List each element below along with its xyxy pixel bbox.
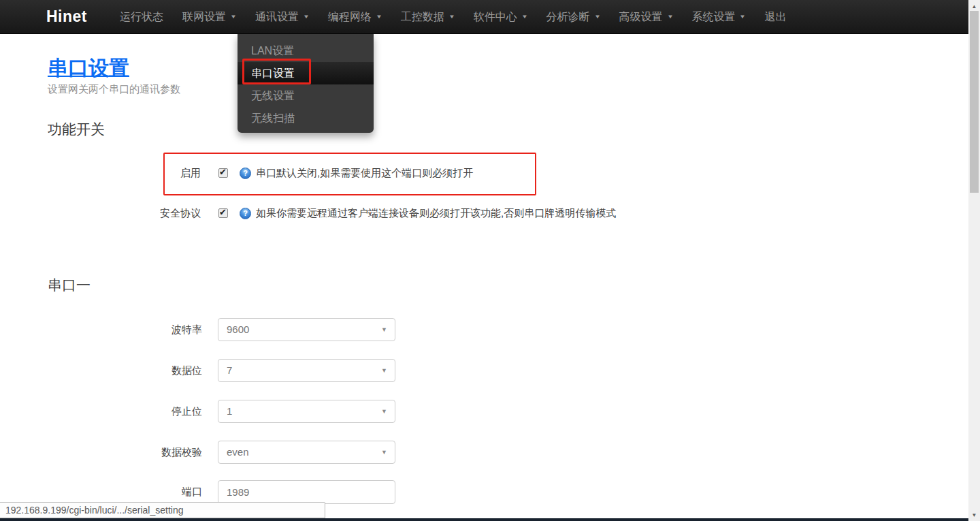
section-heading-feature-switch: 功能开关 bbox=[48, 120, 105, 139]
secure-protocol-label: 安全协议 bbox=[48, 207, 201, 220]
select-caret-icon bbox=[381, 360, 387, 381]
caret-down-icon bbox=[303, 0, 310, 34]
dropdown-item-serial-settings[interactable]: 串口设置 bbox=[238, 62, 374, 84]
nav-item-system-settings[interactable]: 系统设置 bbox=[682, 0, 755, 34]
page-title: 串口设置 bbox=[48, 54, 129, 82]
baud-rate-select[interactable]: 9600 bbox=[218, 318, 395, 341]
nav-item-industrial-data[interactable]: 工控数据 bbox=[391, 0, 464, 34]
enable-label: 启用 bbox=[48, 167, 201, 180]
enable-row: 启用 串口默认关闭,如果需要使用这个端口则必须打开 bbox=[48, 163, 473, 183]
nav-label: 编程网络 bbox=[328, 0, 372, 34]
question-help-icon bbox=[240, 208, 251, 219]
enable-checkbox[interactable] bbox=[218, 168, 228, 178]
stop-bits-label: 停止位 bbox=[48, 405, 202, 418]
select-caret-icon bbox=[381, 319, 387, 341]
scrollbar-up-arrow-icon[interactable] bbox=[968, 1, 980, 12]
link-preview-status-bar: 192.168.9.199/cgi-bin/luci/.../serial_se… bbox=[0, 502, 325, 518]
data-bits-row: 数据位 7 bbox=[48, 359, 395, 382]
stop-bits-select[interactable]: 1 bbox=[218, 400, 395, 423]
router-admin-page: Hinet 运行状态 联网设置 通讯设置 编程网络 工控数据 软件中心 分析诊断 bbox=[0, 0, 980, 521]
nav-item-logout[interactable]: 退出 bbox=[755, 0, 796, 34]
selected-value: 7 bbox=[227, 364, 232, 376]
dropdown-item-wireless-settings[interactable]: 无线设置 bbox=[238, 84, 374, 107]
scrollbar-thumb[interactable] bbox=[970, 11, 979, 193]
nav-item-advanced-settings[interactable]: 高级设置 bbox=[610, 0, 683, 34]
select-caret-icon bbox=[381, 400, 387, 422]
data-bits-select[interactable]: 7 bbox=[218, 359, 395, 382]
dropdown-item-wireless-scan[interactable]: 无线扫描 bbox=[238, 107, 374, 129]
secure-protocol-row: 安全协议 如果你需要远程通过客户端连接设备则必须打开该功能,否则串口牌透明传输模… bbox=[48, 204, 616, 223]
caret-down-icon bbox=[448, 0, 455, 34]
caret-down-icon bbox=[667, 0, 674, 34]
selected-value: 1 bbox=[227, 405, 232, 417]
nav-item-network-settings[interactable]: 联网设置 bbox=[173, 0, 246, 34]
parity-label: 数据校验 bbox=[48, 446, 202, 459]
select-caret-icon bbox=[381, 441, 387, 463]
vertical-scrollbar[interactable] bbox=[968, 0, 980, 521]
nav-label: 运行状态 bbox=[120, 0, 163, 34]
top-navbar: Hinet 运行状态 联网设置 通讯设置 编程网络 工控数据 软件中心 分析诊断 bbox=[0, 0, 968, 34]
secure-protocol-checkbox[interactable] bbox=[218, 208, 228, 218]
nav-label: 分析诊断 bbox=[546, 0, 590, 34]
nav-item-software-center[interactable]: 软件中心 bbox=[464, 0, 537, 34]
nav-label: 软件中心 bbox=[474, 0, 517, 34]
caret-down-icon bbox=[739, 0, 746, 34]
parity-row: 数据校验 even bbox=[48, 441, 395, 464]
selected-value: even bbox=[227, 446, 249, 458]
nav-label: 工控数据 bbox=[401, 0, 444, 34]
caret-down-icon bbox=[376, 0, 382, 34]
port-label: 端口 bbox=[48, 486, 202, 499]
page-subtitle: 设置网关两个串口的通讯参数 bbox=[48, 83, 180, 96]
nav-label: 系统设置 bbox=[691, 0, 735, 34]
port-row: 端口 bbox=[48, 480, 395, 503]
secure-protocol-description: 如果你需要远程通过客户端连接设备则必须打开该功能,否则串口牌透明传输模式 bbox=[256, 207, 616, 220]
nav-label: 退出 bbox=[764, 0, 786, 34]
selected-value: 9600 bbox=[227, 323, 249, 335]
brand-logo[interactable]: Hinet bbox=[46, 7, 87, 26]
nav-label: 高级设置 bbox=[619, 0, 663, 34]
taskbar-edge bbox=[0, 518, 980, 521]
baud-rate-label: 波特率 bbox=[48, 323, 202, 336]
nav-item-comm-settings[interactable]: 通讯设置 bbox=[246, 0, 318, 34]
section-heading-serial-one: 串口一 bbox=[48, 276, 91, 295]
nav-item-analysis-diagnosis[interactable]: 分析诊断 bbox=[537, 0, 610, 34]
caret-down-icon bbox=[230, 0, 237, 34]
stop-bits-row: 停止位 1 bbox=[48, 400, 395, 423]
caret-down-icon bbox=[594, 0, 601, 34]
data-bits-label: 数据位 bbox=[48, 364, 202, 377]
question-help-icon bbox=[240, 168, 251, 179]
comm-settings-dropdown-menu: LAN设置 串口设置 无线设置 无线扫描 bbox=[238, 34, 374, 133]
scrollbar-down-arrow-icon[interactable] bbox=[968, 509, 980, 520]
dropdown-item-lan-settings[interactable]: LAN设置 bbox=[238, 40, 374, 62]
enable-description: 串口默认关闭,如果需要使用这个端口则必须打开 bbox=[256, 167, 473, 180]
parity-select[interactable]: even bbox=[218, 441, 395, 464]
nav-item-programming-network[interactable]: 编程网络 bbox=[318, 0, 391, 34]
baud-rate-row: 波特率 9600 bbox=[48, 318, 395, 341]
caret-down-icon bbox=[521, 0, 528, 34]
nav-label: 联网设置 bbox=[182, 0, 226, 34]
port-input[interactable] bbox=[218, 480, 395, 504]
nav-label: 通讯设置 bbox=[255, 0, 299, 34]
nav-item-run-status[interactable]: 运行状态 bbox=[110, 0, 173, 34]
